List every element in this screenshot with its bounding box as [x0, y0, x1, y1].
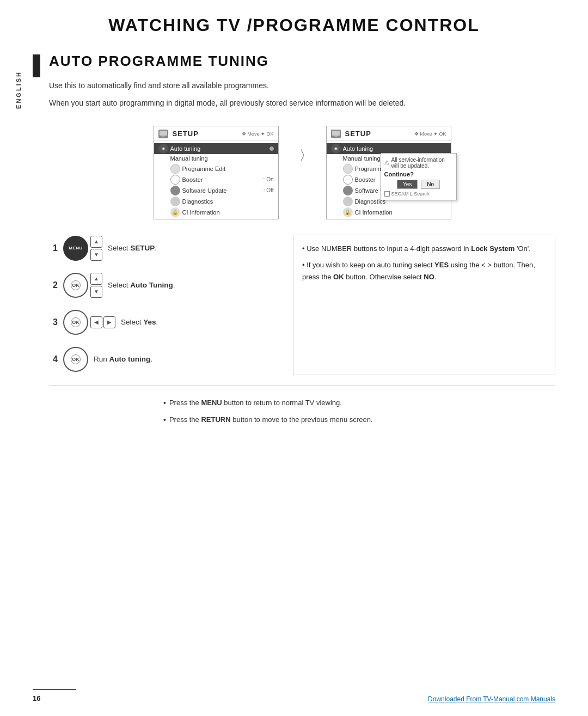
screen2-item-7: 🔒 CI Information [327, 207, 451, 218]
screen1-item3-icon [170, 164, 180, 174]
screenshots-area: SETUP ❖ Move ✦ OK ◉ Auto tuning Manual t… [49, 126, 555, 219]
screen2-item6-icon [343, 197, 353, 206]
screen2-item5-icon [343, 186, 353, 195]
svg-rect-1 [162, 136, 164, 137]
screen1-item2-label: Manual tuning [170, 155, 274, 162]
step-1-arrow-col: ▲ ▼ [90, 236, 102, 261]
screen1-item-1: ◉ Auto tuning [154, 143, 278, 154]
section-divider [49, 385, 555, 385]
page-main-title: WATCHING TV /PROGRAMME CONTROL [0, 0, 588, 41]
note-1-bullet: • [163, 396, 166, 410]
step-3-left-btn[interactable]: ◀ [90, 316, 102, 328]
screen1-item5-icon [170, 186, 180, 195]
screen1: SETUP ❖ Move ✦ OK ◉ Auto tuning Manual t… [154, 126, 279, 219]
step-3: 3 OK ◀ ▶ Select Yes. [49, 307, 293, 338]
screen1-item-3: Programme Edit [154, 163, 278, 174]
screen2-title: SETUP [345, 130, 371, 138]
warning-icon: ⚠ [384, 160, 389, 166]
section-accent-bar [33, 54, 40, 77]
step-4-ok-btn[interactable]: OK [63, 347, 88, 372]
screen2-icon [331, 130, 341, 138]
dialog-warning-text: All service-information will be updated. [391, 157, 453, 169]
screen1-menu: ◉ Auto tuning Manual tuning Programme Ed… [154, 141, 278, 219]
step-1-up-btn[interactable]: ▲ [90, 236, 102, 248]
step-1-menu-btn[interactable]: MENU [63, 236, 88, 261]
svg-rect-3 [332, 131, 340, 136]
screen2-item7-label: CI Information [355, 209, 446, 216]
screen1-item1-label: Auto tuning [170, 145, 270, 152]
info-bullet-1: • Use NUMBER buttons to input a 4-digit … [302, 243, 546, 255]
screen1-item-5: Software Update : Off [154, 185, 278, 196]
step-2-btns: OK ▲ ▼ [63, 273, 102, 298]
step-1-num: 1 [49, 243, 58, 253]
dialog-buttons: Yes No [384, 180, 453, 189]
body-text-1: Use this to automatically find and store… [49, 79, 555, 91]
note-2-text: Press the RETURN button to move to the p… [169, 413, 373, 426]
screen1-item4-value: : On [264, 176, 274, 182]
screen1-item1-icon: ◉ [158, 144, 168, 154]
step-4-ok-label: OK [72, 357, 79, 362]
step-4-label: Run Auto tuning. [94, 355, 152, 363]
dialog-no-button[interactable]: No [421, 180, 440, 189]
step-3-ok-btn[interactable]: OK [63, 310, 88, 335]
step-4-ok-inner: OK [71, 354, 81, 364]
step-1-label: Select SETUP. [108, 244, 157, 252]
step-1: 1 MENU ▲ ▼ Select SETUP. [49, 232, 293, 264]
info-box: • Use NUMBER buttons to input a 4-digit … [293, 235, 555, 375]
step-4-num: 4 [49, 354, 58, 364]
step-2-arrow-col: ▲ ▼ [90, 273, 102, 298]
note-2-bullet: • [163, 413, 166, 427]
step-1-down-btn[interactable]: ▼ [90, 249, 102, 261]
step-2-ok-label: OK [72, 283, 79, 288]
screen1-nav: ❖ Move ✦ OK [242, 131, 274, 137]
dialog-header: ⚠ All service-information will be update… [384, 157, 453, 169]
steps-left: 1 MENU ▲ ▼ Select SETUP. 2 OK [49, 232, 293, 375]
svg-rect-0 [160, 131, 167, 136]
dialog-yes-button[interactable]: Yes [397, 180, 418, 189]
screen1-item1-dot [270, 146, 274, 151]
screen2-item1-label: Auto tuning [343, 145, 446, 152]
step-3-right-btn[interactable]: ▶ [103, 316, 115, 328]
info-bullet-2: • If you wish to keep on auto tuning sel… [302, 259, 546, 283]
step-2-ok-btn[interactable]: OK [63, 273, 88, 298]
step-2-up-btn[interactable]: ▲ [90, 273, 102, 285]
screen2-item4-icon [343, 175, 353, 185]
step-2-ok-inner: OK [71, 280, 81, 290]
notes-area: • Press the MENU button to return to nor… [163, 396, 555, 427]
arrow-between-screens: 〉 [301, 148, 304, 162]
screen2-container: SETUP ❖ Move ✦ OK ◉ Auto tuning Manual t… [326, 126, 451, 219]
screen2-item7-icon: 🔒 [343, 207, 353, 217]
screen1-icon [158, 130, 168, 138]
footer-page-number: 16 [33, 694, 40, 702]
screen1-item7-icon: 🔒 [170, 207, 180, 217]
screen1-item5-label: Software Update [182, 187, 264, 194]
footer: 16 Downloaded From TV-Manual.com Manuals [33, 689, 555, 703]
svg-rect-4 [335, 136, 337, 137]
screen1-item4-icon [170, 175, 180, 185]
footer-download-link[interactable]: Downloaded From TV-Manual.com Manuals [428, 695, 555, 703]
step-3-num: 3 [49, 317, 58, 327]
note-1-text: Press the MENU button to return to norma… [169, 396, 342, 409]
step-3-ok-label: OK [72, 320, 79, 325]
screen1-item6-icon [170, 197, 180, 206]
step-2-label: Select Auto Tuning. [108, 281, 175, 289]
step-2-down-btn[interactable]: ▼ [90, 286, 102, 298]
screen1-item6-label: Diagnostics [182, 198, 274, 205]
screen1-item-4: Booster : On [154, 174, 278, 185]
dialog-footer-sq [384, 191, 390, 197]
dialog-question: Continue? [384, 171, 453, 178]
dialog-footer-text: SECAM L Search [391, 191, 430, 197]
steps-area: 1 MENU ▲ ▼ Select SETUP. 2 OK [49, 232, 555, 375]
screen2-nav: ❖ Move ✦ OK [414, 131, 446, 137]
svg-rect-2 [161, 137, 166, 137]
sidebar-language-label: ENGLISH [15, 71, 22, 109]
screen2-item1-icon: ◉ [331, 144, 341, 154]
step-3-ok-inner: OK [71, 317, 81, 327]
screen1-item3-label: Programme Edit [182, 166, 274, 172]
screen1-item-7: 🔒 CI Information [154, 207, 278, 218]
svg-rect-5 [334, 137, 338, 137]
footer-line [33, 689, 76, 690]
screen1-item4-label: Booster [182, 176, 264, 183]
screen1-header: SETUP ❖ Move ✦ OK [154, 126, 278, 141]
screen2-header: SETUP ❖ Move ✦ OK [327, 126, 451, 141]
